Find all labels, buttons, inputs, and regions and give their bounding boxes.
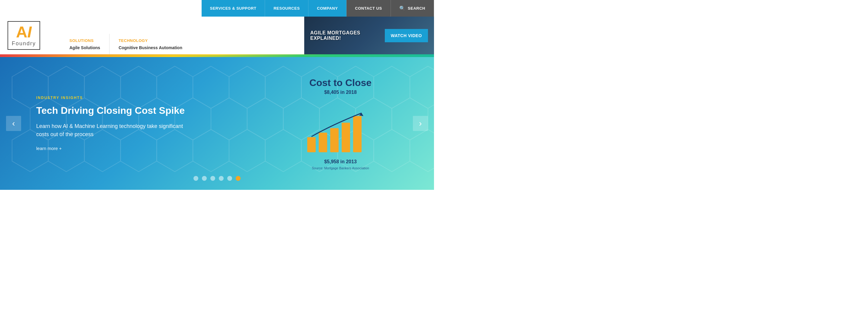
- logo-foundry-text: Foundry: [12, 40, 36, 47]
- banner-text: AGILE MORTGAGES EXPLAINED!: [310, 30, 385, 41]
- nav-resources-label: RESOURCES: [273, 6, 300, 10]
- logo-box[interactable]: AI Foundry: [7, 21, 40, 50]
- svg-rect-35: [307, 137, 316, 152]
- top-nav-items: SERVICES & SUPPORT RESOURCES COMPANY CON…: [202, 0, 434, 17]
- nav-contact-label: CONTACT US: [355, 6, 382, 10]
- nav-solutions-label[interactable]: SOLUTIONS: [69, 34, 100, 45]
- svg-marker-11: [410, 66, 434, 108]
- svg-marker-18: [247, 98, 283, 140]
- svg-rect-37: [330, 128, 339, 152]
- chart-high-label: $8,405 in 2018: [301, 90, 380, 95]
- svg-marker-29: [229, 129, 265, 172]
- hero-dot-5[interactable]: [227, 176, 232, 181]
- nav-technology-sub[interactable]: Cognitive Business Automation: [119, 45, 182, 54]
- main-nav: SOLUTIONS Agile Solutions TECHNOLOGY Cog…: [60, 17, 304, 54]
- chart-low-label: $5,958 in 2013: [301, 159, 380, 164]
- hero-section: ‹ INDUSTRY INSIGHTS Tech Driving Closing…: [0, 57, 434, 190]
- logo-icon: AI: [16, 24, 32, 40]
- nav-company-label: COMPANY: [317, 6, 338, 10]
- cost-chart-svg: [301, 101, 380, 155]
- nav-solutions: SOLUTIONS Agile Solutions: [60, 34, 110, 54]
- hero-dot-1[interactable]: [193, 176, 198, 181]
- hero-learn-more-link[interactable]: learn more +: [36, 146, 62, 151]
- hero-description: Learn how AI & Machine Learning technolo…: [36, 122, 193, 139]
- nav-contact[interactable]: CONTACT US: [346, 0, 391, 17]
- nav-company[interactable]: COMPANY: [308, 0, 346, 17]
- hero-dots: [193, 176, 241, 181]
- nav-search[interactable]: 🔍 SEARCH: [391, 0, 434, 17]
- hero-next-button[interactable]: ›: [413, 116, 428, 131]
- nav-services-label: SERVICES & SUPPORT: [210, 6, 256, 10]
- header-banner: AGILE MORTGAGES EXPLAINED! WATCH VIDEO: [304, 17, 434, 54]
- nav-resources[interactable]: RESOURCES: [265, 0, 308, 17]
- hero-prev-button[interactable]: ‹: [6, 116, 21, 131]
- hero-content: INDUSTRY INSIGHTS Tech Driving Closing C…: [0, 78, 229, 169]
- svg-marker-34: [410, 129, 434, 172]
- hero-dot-4[interactable]: [219, 176, 224, 181]
- chart-title: Cost to Close: [301, 77, 380, 88]
- logo-a: A: [16, 23, 28, 41]
- logo-i: I: [28, 23, 32, 41]
- logo-area: AI Foundry: [0, 17, 60, 54]
- hero-dot-3[interactable]: [210, 176, 215, 181]
- nav-search-label: SEARCH: [408, 6, 425, 10]
- hero-title: Tech Driving Closing Cost Spike: [36, 105, 193, 116]
- svg-rect-39: [353, 116, 362, 152]
- svg-marker-30: [265, 129, 302, 172]
- nav-technology-label[interactable]: TECHNOLOGY: [119, 34, 182, 45]
- hero-tag: INDUSTRY INSIGHTS: [36, 96, 193, 100]
- top-navigation: SERVICES & SUPPORT RESOURCES COMPANY CON…: [0, 0, 434, 17]
- svg-rect-36: [319, 133, 327, 152]
- watch-video-button[interactable]: WATCH VIDEO: [385, 29, 428, 42]
- hero-dot-6[interactable]: [236, 176, 241, 181]
- chart-source: Source: Mortgage Bankers Association: [301, 166, 380, 170]
- hero-dot-2[interactable]: [202, 176, 207, 181]
- hero-chart: Cost to Close $8,405 in 2018 $5,958 in 2…: [301, 77, 380, 170]
- site-header: AI Foundry SOLUTIONS Agile Solutions TEC…: [0, 17, 434, 55]
- svg-rect-38: [342, 123, 350, 152]
- search-icon: 🔍: [399, 5, 406, 11]
- nav-services[interactable]: SERVICES & SUPPORT: [202, 0, 265, 17]
- svg-marker-6: [229, 66, 265, 108]
- nav-solutions-sub[interactable]: Agile Solutions: [69, 45, 100, 54]
- nav-technology: TECHNOLOGY Cognitive Business Automation: [110, 34, 191, 54]
- svg-marker-7: [265, 66, 302, 108]
